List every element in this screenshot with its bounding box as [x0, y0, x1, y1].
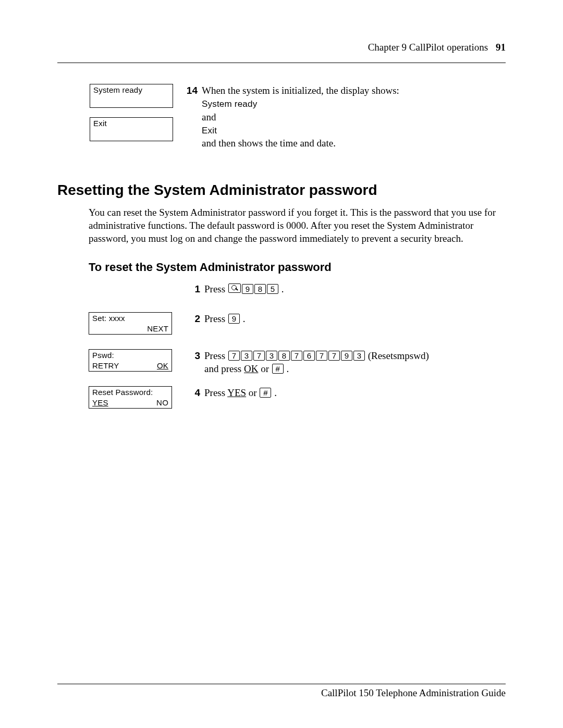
key-hash: #: [260, 388, 271, 398]
step-3-display-col: Pswd: RETRY OK: [89, 349, 185, 381]
lcd-line: Exit: [90, 118, 173, 129]
lcd-line-blank: [90, 96, 173, 107]
step-body: Press 9 .: [204, 312, 506, 325]
softkey-ok-inline: OK: [244, 363, 258, 374]
period: .: [240, 313, 246, 324]
lcd-softkeys: NEXT: [89, 324, 172, 334]
softkey-left: RETRY: [92, 361, 119, 370]
key-7: 7: [316, 351, 327, 361]
key-8: 8: [278, 351, 290, 361]
step-4-display-col: Reset Password: YES NO: [89, 386, 185, 418]
lcd-line: Reset Password:: [89, 387, 172, 398]
lcd-line: Pswd:: [89, 350, 172, 361]
step-2-text: 2 Press 9 .: [185, 312, 506, 325]
paren-label: (Resetsmpswd): [365, 350, 429, 361]
key-9: 9: [228, 314, 240, 324]
lcd-line: Set: xxxx: [89, 313, 172, 324]
step-body: When the system is initialized, the disp…: [202, 84, 506, 150]
content-area: System ready Exit 14 When the system is …: [57, 84, 506, 418]
period: .: [284, 363, 289, 374]
lcd-display-reset-password: Reset Password: YES NO: [89, 386, 172, 409]
press-label: Press: [204, 313, 228, 324]
lcd-softkeys: YES NO: [89, 398, 172, 408]
step-1-text: 1 Press 985 .: [185, 282, 506, 295]
key-hash: #: [272, 364, 284, 374]
key-7: 7: [253, 351, 265, 361]
softkey-right: NO: [156, 398, 168, 407]
lcd-display-exit: Exit: [90, 117, 173, 141]
key-9: 9: [341, 351, 352, 361]
step-2-row: Set: xxxx NEXT 2 Press 9 .: [89, 312, 506, 344]
key-7: 7: [328, 351, 340, 361]
or-label: or: [246, 387, 259, 398]
lcd-line-blank: [90, 129, 173, 141]
key-6: 6: [303, 351, 315, 361]
step-14-displays: System ready Exit: [57, 84, 182, 151]
footer: CallPilot 150 Telephone Administration G…: [57, 684, 506, 699]
key-9: 9: [242, 284, 253, 294]
step-body: Press 73738767793 (Resetsmpswd) and pres…: [204, 349, 506, 375]
key-7: 7: [291, 351, 302, 361]
page-number: 91: [496, 42, 506, 53]
lcd-display-pswd: Pswd: RETRY OK: [89, 349, 172, 372]
key-3: 3: [353, 351, 365, 361]
press-label: Press: [204, 283, 228, 294]
key-5: 5: [267, 284, 278, 294]
section-heading: Resetting the System Administrator passw…: [57, 182, 506, 199]
subsection-heading: To reset the System Administrator passwo…: [89, 261, 506, 274]
press-label: Press: [204, 387, 227, 398]
softkey-right: NEXT: [147, 324, 168, 333]
key-7: 7: [228, 351, 240, 361]
step-number: 14: [182, 84, 202, 150]
or-label: or: [258, 363, 271, 374]
step-text: and: [202, 112, 216, 122]
and-press-label: and press: [204, 363, 244, 374]
step-body: Press YES or # .: [204, 386, 506, 399]
lcd-display-system-ready: System ready: [90, 84, 173, 108]
lcd-inline: Exit: [202, 126, 217, 135]
section-body: You can reset the System Administrator p…: [89, 206, 506, 245]
step-number: 2: [185, 312, 204, 325]
step-1-row: 1 Press 985 .: [89, 282, 506, 295]
feature-key-icon: [228, 283, 241, 293]
softkey-yes-inline: YES: [227, 387, 246, 398]
period: .: [279, 283, 284, 294]
page: Chapter 9 CallPilot operations 91 System…: [0, 0, 563, 728]
running-header: Chapter 9 CallPilot operations 91: [57, 42, 506, 53]
step-text: and then shows the time and date.: [202, 138, 336, 149]
steps-block: 1 Press 985 . Set: xxxx NEXT: [89, 282, 506, 418]
step-4-text: 4 Press YES or # .: [185, 386, 506, 399]
step-text: When the system is initialized, the disp…: [202, 85, 399, 96]
period: .: [272, 387, 277, 398]
step-number: 1: [185, 282, 204, 295]
step-14-row: System ready Exit 14 When the system is …: [57, 84, 506, 151]
step-number: 4: [185, 386, 204, 399]
footer-rule: [57, 684, 506, 684]
step-4-row: Reset Password: YES NO 4 Press YES or # …: [89, 386, 506, 418]
step-14-text: 14 When the system is initialized, the d…: [182, 84, 506, 150]
step-number: 3: [185, 349, 204, 375]
step-2-display-col: Set: xxxx NEXT: [89, 312, 185, 344]
header-rule: [57, 63, 506, 63]
step-3-row: Pswd: RETRY OK 3 Press 73738767793 (Rese…: [89, 349, 506, 381]
footer-text: CallPilot 150 Telephone Administration G…: [57, 687, 506, 699]
step-3-text: 3 Press 73738767793 (Resetsmpswd) and pr…: [185, 349, 506, 375]
press-label: Press: [204, 350, 228, 361]
softkey-left: YES: [92, 398, 108, 407]
chapter-title: Chapter 9 CallPilot operations: [368, 42, 488, 53]
step-body: Press 985 .: [204, 282, 506, 295]
key-8: 8: [254, 284, 266, 294]
softkey-right: OK: [157, 361, 168, 370]
lcd-softkeys: RETRY OK: [89, 361, 172, 371]
lcd-display-set: Set: xxxx NEXT: [89, 312, 172, 335]
key-3: 3: [241, 351, 252, 361]
key-3: 3: [266, 351, 277, 361]
lcd-inline: System ready: [202, 99, 257, 109]
lcd-line: System ready: [90, 84, 173, 96]
